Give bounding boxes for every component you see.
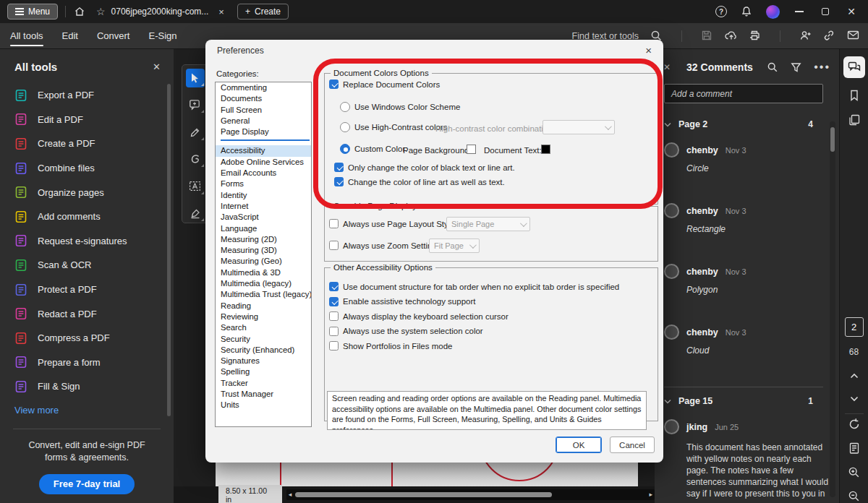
dialog-close-icon[interactable]: × [645, 44, 652, 56]
chevron-down-icon[interactable] [664, 399, 671, 404]
horizontal-scrollbar[interactable]: ◂ ▸ [286, 489, 655, 500]
tool-item[interactable]: Redact a PDF [14, 301, 174, 326]
category-item[interactable]: Search [216, 322, 311, 333]
email-icon[interactable] [847, 30, 859, 42]
print-icon[interactable] [749, 30, 761, 42]
tab-close-icon[interactable]: × [218, 7, 224, 17]
comments-tool-icon[interactable] [843, 56, 865, 78]
help-icon[interactable]: ? [715, 6, 727, 17]
view-more-link[interactable]: View more [14, 405, 174, 416]
checkbox-unchecked[interactable] [329, 219, 339, 228]
tool-item[interactable]: Organize pages [14, 180, 174, 205]
nav-tab[interactable]: Convert [97, 24, 130, 48]
checkbox-checked[interactable] [334, 177, 344, 186]
category-item[interactable]: Measuring (3D) [216, 245, 311, 256]
tool-item[interactable]: Scan & OCR [14, 253, 174, 278]
highlight-pen-icon[interactable] [186, 123, 205, 142]
checkbox-unchecked[interactable] [329, 241, 339, 250]
tool-item[interactable]: Protect a PDF [14, 278, 174, 302]
radio-unselected[interactable] [340, 122, 350, 132]
category-item[interactable]: Page Display [216, 126, 311, 137]
category-item[interactable]: Units [216, 400, 311, 410]
star-icon[interactable]: ☆ [96, 6, 106, 17]
category-item[interactable]: Commenting [216, 82, 311, 93]
option-row[interactable]: Always use the system selection color [329, 327, 647, 336]
category-item[interactable]: Trust Manager [216, 389, 311, 400]
checkbox[interactable] [329, 311, 339, 321]
draw-icon[interactable] [186, 150, 205, 169]
comments-scrollbar[interactable] [830, 121, 835, 497]
zoom-setting-row[interactable]: Always use Zoom Setting [329, 241, 437, 250]
tool-item[interactable]: Compress a PDF [14, 326, 174, 351]
category-item[interactable]: Internet [216, 201, 311, 212]
add-comment-input[interactable]: Add a comment [664, 84, 823, 103]
panel-close-icon[interactable]: ✕ [153, 61, 161, 72]
comment-item[interactable]: chenby Nov 3 Rectangle [664, 203, 839, 251]
link-icon[interactable] [823, 30, 835, 42]
radio-selected[interactable] [340, 144, 350, 154]
page-view-icon[interactable] [847, 441, 861, 455]
zoom-in-icon[interactable] [847, 465, 861, 479]
category-item[interactable]: Security [216, 334, 311, 345]
close-icon[interactable]: ✕ [845, 5, 858, 18]
category-item[interactable]: Accessibility [216, 145, 311, 156]
tool-item[interactable]: Export a PDF [14, 83, 174, 108]
sign-pen-icon[interactable] [186, 205, 205, 223]
scroll-right-icon[interactable]: ▸ [649, 491, 652, 498]
replace-doc-colors-row[interactable]: Replace Document Colors [329, 79, 440, 89]
windows-color-row[interactable]: Use Windows Color Scheme [340, 102, 460, 112]
category-item[interactable]: General [216, 116, 311, 126]
checkbox[interactable] [329, 341, 339, 351]
option-row[interactable]: Enable assistive technology support [329, 297, 647, 306]
checkbox-checked[interactable] [334, 163, 344, 172]
ok-button[interactable]: OK [556, 437, 602, 453]
option-row[interactable]: Use document structure for tab order whe… [329, 282, 647, 291]
tool-item[interactable]: Fill & Sign [14, 374, 174, 399]
filter-icon[interactable] [791, 62, 801, 73]
text-box-icon[interactable] [186, 177, 205, 196]
comments-search-icon[interactable] [767, 61, 778, 73]
comment-item[interactable]: chenby Nov 3 Cloud [664, 324, 839, 372]
tool-item[interactable]: Add comments [14, 205, 174, 229]
menu-button[interactable]: Menu [7, 4, 58, 20]
rotate-page-icon[interactable] [847, 417, 861, 431]
comment-group-header[interactable]: Page 2 4 [664, 119, 839, 129]
option-row[interactable]: Show Portfolios in Files mode [329, 341, 647, 351]
only-black-row[interactable]: Only change the color of black text or l… [334, 163, 515, 172]
nav-tab[interactable]: All tools [10, 24, 43, 48]
category-item[interactable]: Full Screen [216, 105, 311, 116]
bookmarks-icon[interactable] [847, 88, 861, 103]
category-item[interactable]: Language [216, 223, 311, 234]
scrollbar-thumb[interactable] [295, 492, 552, 497]
scroll-left-icon[interactable]: ◂ [289, 491, 292, 498]
avatar[interactable] [766, 5, 780, 19]
sidebar-scrollbar[interactable] [167, 84, 171, 416]
category-item[interactable]: Identity [216, 190, 311, 201]
add-user-icon[interactable] [799, 30, 812, 42]
category-item[interactable]: Documents [216, 93, 311, 104]
checkbox-checked[interactable] [329, 79, 339, 89]
nav-tab[interactable]: Edit [62, 24, 78, 48]
tool-item[interactable]: Combine files [14, 156, 174, 181]
current-page-input[interactable]: 2 [845, 317, 864, 337]
comment-item[interactable]: chenby Nov 3 Circle [664, 142, 839, 190]
previous-page-icon[interactable] [847, 369, 861, 383]
line-art-row[interactable]: Change the color of line art as well as … [334, 177, 505, 186]
share-icon[interactable] [725, 30, 737, 42]
minimize-icon[interactable] [793, 5, 806, 18]
select-arrow-icon[interactable] [186, 69, 205, 87]
category-item[interactable]: Measuring (Geo) [216, 256, 311, 267]
doc-text-swatch[interactable] [541, 145, 550, 154]
page-bg-swatch[interactable] [467, 145, 476, 154]
custom-color-row[interactable]: Custom Color: [340, 144, 408, 154]
comment-item[interactable]: chenby Nov 3 Polygon [664, 264, 839, 311]
category-item[interactable]: Multimedia & 3D [216, 267, 311, 278]
option-row[interactable]: Always display the keyboard selection cu… [329, 311, 647, 321]
category-item[interactable]: Measuring (2D) [216, 234, 311, 245]
free-trial-button[interactable]: Free 7-day trial [39, 474, 135, 494]
category-item[interactable]: Signatures [216, 356, 311, 366]
zoom-out-icon[interactable] [847, 489, 861, 503]
high-contrast-row[interactable]: Use High-Contrast colors [340, 122, 447, 132]
category-item[interactable]: JavaScript [216, 212, 311, 223]
layout-style-row[interactable]: Always use Page Layout Style [329, 219, 455, 228]
